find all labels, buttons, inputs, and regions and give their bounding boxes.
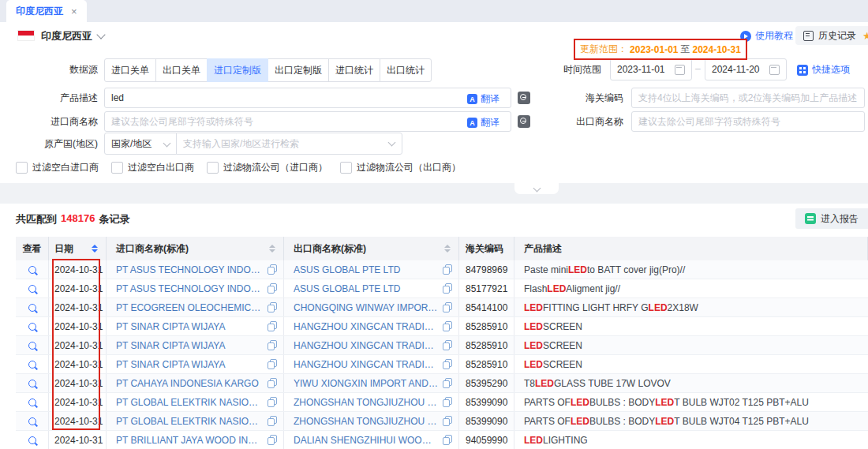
magnifier-icon[interactable]	[28, 361, 36, 369]
company-link[interactable]: DALIAN SHENGZHIHUI WOOD INDUST...	[294, 435, 438, 446]
company-link[interactable]: PT SINAR CIPTA WIJAYA	[116, 321, 263, 332]
copy-icon[interactable]	[268, 435, 277, 445]
translate-button-product[interactable]: A 翻译	[467, 92, 499, 106]
company-link[interactable]: ZHONGSHAN TONGJIUZHOU INTERNA...	[294, 397, 438, 408]
column-header-1[interactable]: 日期	[49, 237, 107, 260]
tutorial-link[interactable]: 使用教程	[740, 29, 793, 43]
filter-checkbox-3[interactable]: 过滤物流公司（出口商）	[340, 161, 461, 174]
date-to-input[interactable]: 2024-11-20	[705, 58, 787, 80]
source-tabs: 进口关单出口关单进口定制版出口定制版进口统计出口统计	[104, 58, 432, 82]
translate-button-importer[interactable]: A 翻译	[467, 116, 499, 129]
exporter-label: 出口商名称	[526, 111, 623, 132]
filter-checkbox-2[interactable]: 过滤物流公司（进口商）	[207, 161, 327, 174]
quick-options-link[interactable]: 快捷选项	[797, 63, 850, 77]
company-link[interactable]: HANGZHOU XINGCAN TRADING CO LTD	[294, 321, 438, 332]
company-link[interactable]: PT ASUS TECHNOLOGY INDONESIA BA...	[116, 283, 263, 294]
source-tab-1[interactable]: 出口关单	[155, 58, 208, 82]
product-input[interactable]	[104, 88, 511, 108]
cell-importer: PT SINAR CIPTA WIJAYA	[107, 317, 284, 335]
copy-icon[interactable]	[443, 264, 452, 275]
company-link[interactable]: HANGZHOU XINGCAN TRADING CO LTD	[294, 340, 438, 351]
copy-icon[interactable]	[268, 321, 277, 331]
magnifier-icon[interactable]	[28, 304, 36, 312]
copy-icon[interactable]	[443, 359, 452, 369]
column-header-2[interactable]: 进口商名称(标准)	[107, 237, 284, 260]
source-tab-5[interactable]: 出口统计	[380, 58, 432, 82]
company-link[interactable]: ZHONGSHAN TONGJIUZHOU INTERNA...	[294, 416, 438, 427]
indonesia-flag-icon	[17, 30, 35, 41]
magnifier-icon[interactable]	[28, 398, 36, 406]
cell-description: PARTS OF LED BULBS : BODY LED T BULB WJT…	[514, 412, 868, 430]
company-link[interactable]: PT ASUS TECHNOLOGY INDONESIA BA...	[116, 264, 263, 275]
date-from-input[interactable]: 2023-11-01	[610, 58, 692, 80]
exporter-input[interactable]	[631, 111, 865, 132]
magnifier-icon[interactable]	[28, 417, 36, 425]
date-to-value: 2024-11-20	[712, 64, 769, 75]
copy-icon[interactable]	[443, 302, 452, 312]
magnifier-icon[interactable]	[28, 266, 36, 274]
company-link[interactable]: CHONGQING WINWAY IMPORT AND E...	[294, 302, 438, 313]
copy-icon[interactable]	[443, 283, 452, 294]
copy-icon[interactable]	[443, 340, 452, 350]
close-icon[interactable]: ×	[71, 6, 77, 17]
source-tab-2[interactable]: 进口定制版	[207, 58, 268, 82]
filter-checkbox-0[interactable]: 过滤空白进口商	[16, 161, 99, 174]
magnifier-icon[interactable]	[28, 380, 36, 387]
history-label: 历史记录	[818, 29, 856, 43]
cell-exporter: ZHONGSHAN TONGJIUZHOU INTERNA...	[284, 412, 459, 430]
copy-icon[interactable]	[443, 378, 452, 388]
copy-icon[interactable]	[443, 321, 452, 331]
company-link[interactable]: ASUS GLOBAL PTE LTD	[294, 264, 438, 275]
company-link[interactable]: PT GLOBAL ELEKTRIK NASIONAL	[116, 416, 263, 427]
importer-input[interactable]	[104, 111, 511, 132]
cell-date: 2024-10-31	[49, 336, 107, 354]
sort-icon[interactable]	[92, 245, 98, 253]
enter-report-button[interactable]: 进入报告	[795, 208, 868, 229]
company-link[interactable]: YIWU XIONGXIN IMPORT AND EXPORT...	[294, 378, 438, 389]
company-link[interactable]: PT SINAR CIPTA WIJAYA	[116, 340, 263, 351]
sort-icon[interactable]	[269, 245, 275, 253]
copy-icon[interactable]	[268, 340, 277, 350]
collapse-panel-toggle[interactable]	[514, 183, 559, 194]
source-tab-3[interactable]: 出口定制版	[268, 58, 329, 82]
magnifier-icon[interactable]	[28, 323, 36, 331]
cell-view	[16, 431, 49, 449]
company-link[interactable]: PT ECOGREEN OLEOCHEMICALS	[116, 302, 263, 313]
source-tab-4[interactable]: 进口统计	[328, 58, 380, 82]
magnifier-icon[interactable]	[28, 342, 36, 350]
filter-checkbox-1[interactable]: 过滤空白出口商	[111, 161, 194, 174]
magnifier-icon[interactable]	[28, 436, 36, 444]
copy-icon[interactable]	[443, 397, 452, 407]
cell-hs-code: 85285910	[459, 317, 514, 335]
match-count: 148176	[61, 212, 95, 226]
company-link[interactable]: PT SINAR CIPTA WIJAYA	[116, 359, 263, 370]
copy-icon[interactable]	[443, 435, 452, 445]
history-button[interactable]: 历史记录	[795, 26, 864, 45]
company-link[interactable]: PT BRILLIANT JAYA WOOD INDUSTRY	[116, 435, 263, 446]
copy-icon[interactable]	[443, 416, 452, 426]
hs-code-input[interactable]	[631, 88, 865, 108]
cell-date: 2024-10-31	[49, 317, 107, 335]
origin-country-select[interactable]: 国家/地区	[104, 133, 177, 155]
copy-icon[interactable]	[268, 264, 277, 275]
source-tab-0[interactable]: 进口关单	[104, 58, 156, 82]
company-link[interactable]: HANGZHOU XINGCAN TRADING CO LTD	[294, 359, 438, 370]
magnifier-icon[interactable]	[28, 285, 36, 293]
favorite-button[interactable]: ★	[858, 26, 868, 45]
column-header-5: 产品描述	[514, 237, 868, 260]
cell-hs-code: 85399090	[459, 393, 514, 411]
chevron-down-icon[interactable]	[96, 30, 105, 39]
copy-icon[interactable]	[268, 283, 277, 294]
company-link[interactable]: PT GLOBAL ELEKTRIK NASIONAL	[116, 397, 263, 408]
sort-icon[interactable]	[444, 245, 451, 253]
copy-icon[interactable]	[268, 397, 277, 407]
copy-icon[interactable]	[268, 378, 277, 388]
copy-icon[interactable]	[268, 302, 277, 312]
copy-icon[interactable]	[268, 416, 277, 426]
tab-indonesia[interactable]: 印度尼西亚 ×	[6, 0, 87, 22]
copy-icon[interactable]	[268, 359, 277, 369]
column-header-3[interactable]: 出口商名称(标准)	[284, 237, 459, 260]
company-link[interactable]: PT CAHAYA INDONESIA KARGO	[116, 378, 263, 389]
company-link[interactable]: ASUS GLOBAL PTE LTD	[294, 283, 438, 294]
origin-search-input[interactable]	[176, 133, 402, 155]
